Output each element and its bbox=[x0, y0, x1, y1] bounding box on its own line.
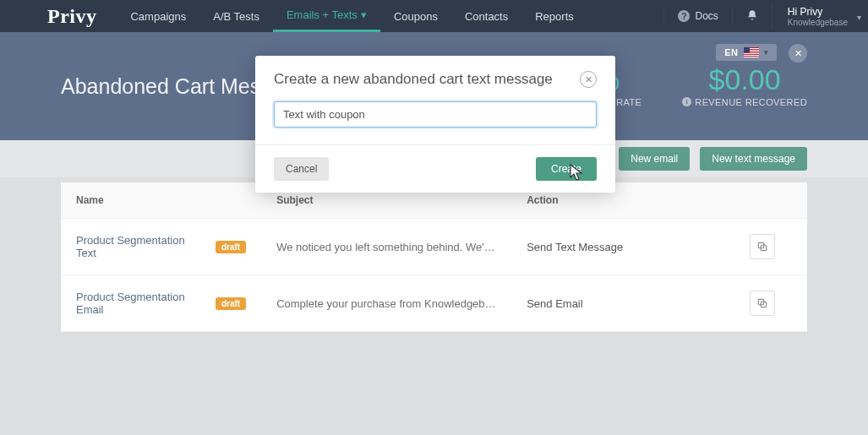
brand-logo[interactable]: Privy bbox=[0, 5, 117, 28]
stat-revenue-recovered: $0.00 i REVENUE RECOVERED bbox=[682, 65, 807, 107]
modal-close-button[interactable]: ✕ bbox=[580, 71, 597, 88]
messages-table-panel: Name Subject Action Product Segmentation… bbox=[61, 182, 807, 332]
nav-contacts[interactable]: Contacts bbox=[451, 0, 521, 32]
caret-down-icon: ▾ bbox=[857, 13, 861, 22]
row-name: Product Segmentation Email bbox=[76, 291, 204, 316]
modal-title: Create a new abandoned cart text message bbox=[274, 71, 553, 88]
nav-docs-label: Docs bbox=[695, 10, 718, 22]
nav-docs[interactable]: ? Docs bbox=[663, 10, 731, 22]
new-email-button[interactable]: New email bbox=[619, 147, 690, 171]
bell-icon bbox=[746, 9, 758, 24]
user-greeting: Hi Privy bbox=[788, 6, 848, 18]
user-org: Knowledgebase bbox=[788, 18, 848, 27]
duplicate-button[interactable] bbox=[750, 291, 775, 316]
col-header-controls bbox=[718, 182, 807, 219]
nav-emails-texts[interactable]: Emails + Texts ▾ bbox=[273, 0, 380, 32]
help-icon: ? bbox=[678, 10, 690, 22]
stat-value: $0.00 bbox=[682, 65, 807, 95]
caret-down-icon: ▾ bbox=[361, 8, 367, 21]
status-badge: draft bbox=[216, 297, 246, 310]
nav-reports[interactable]: Reports bbox=[521, 0, 587, 32]
row-action: Send Email bbox=[511, 275, 718, 332]
create-button-label: Create bbox=[551, 163, 581, 175]
row-subject: Complete your purchase from Knowledgebas… bbox=[276, 297, 496, 310]
table-row[interactable]: Product Segmentation Email draft Complet… bbox=[61, 275, 807, 332]
flag-us-icon bbox=[744, 47, 759, 57]
copy-icon bbox=[756, 297, 768, 309]
stat-label: i REVENUE RECOVERED bbox=[682, 97, 807, 107]
duplicate-button[interactable] bbox=[750, 234, 775, 259]
caret-down-icon: ▾ bbox=[764, 48, 769, 57]
info-icon: i bbox=[682, 97, 691, 106]
hero-close-button[interactable]: ✕ bbox=[789, 44, 807, 63]
new-text-message-button[interactable]: New text message bbox=[700, 147, 807, 171]
nav-links: Campaigns A/B Tests Emails + Texts ▾ Cou… bbox=[117, 0, 587, 32]
language-selector[interactable]: EN ▾ bbox=[716, 44, 777, 61]
messages-table: Name Subject Action Product Segmentation… bbox=[61, 182, 807, 332]
row-name: Product Segmentation Text bbox=[76, 234, 204, 259]
lang-label: EN bbox=[724, 47, 738, 57]
col-header-name[interactable]: Name bbox=[61, 182, 261, 219]
close-icon: ✕ bbox=[794, 48, 802, 59]
message-name-input[interactable] bbox=[274, 101, 597, 128]
copy-icon bbox=[756, 241, 768, 253]
nav-notifications[interactable] bbox=[732, 9, 772, 24]
nav-emails-texts-label: Emails + Texts bbox=[287, 8, 358, 21]
close-icon: ✕ bbox=[585, 74, 592, 85]
nav-campaigns[interactable]: Campaigns bbox=[117, 0, 199, 32]
nav-right: ? Docs Hi Privy Knowledgebase ▾ bbox=[663, 0, 868, 32]
row-subject: We noticed you left something behind. We… bbox=[276, 241, 496, 253]
nav-abtests[interactable]: A/B Tests bbox=[199, 0, 273, 32]
table-row[interactable]: Product Segmentation Text draft We notic… bbox=[61, 219, 807, 275]
status-badge: draft bbox=[216, 241, 246, 253]
top-nav: Privy Campaigns A/B Tests Emails + Texts… bbox=[0, 0, 868, 32]
row-action: Send Text Message bbox=[511, 219, 718, 275]
nav-coupons[interactable]: Coupons bbox=[380, 0, 451, 32]
stat-label-text: REVENUE RECOVERED bbox=[695, 97, 807, 107]
cancel-button[interactable]: Cancel bbox=[274, 157, 329, 181]
create-button[interactable]: Create bbox=[536, 157, 597, 181]
nav-user[interactable]: Hi Privy Knowledgebase ▾ bbox=[772, 3, 868, 30]
create-text-message-modal: Create a new abandoned cart text message… bbox=[255, 56, 615, 193]
